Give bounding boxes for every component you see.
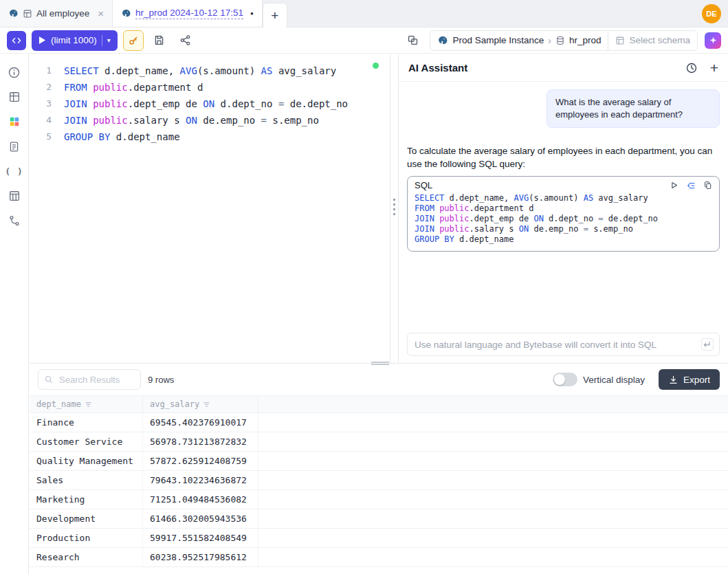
snippets-button[interactable]: ( ) (0, 159, 29, 184)
instance-database-crumb[interactable]: Prod Sample Instance › hr_prod (430, 31, 608, 50)
sort-icon[interactable] (85, 401, 92, 408)
ai-assistant-toggle-button[interactable] (705, 32, 721, 49)
column-header[interactable]: avg_salary (143, 396, 258, 412)
sql-token: ON (203, 98, 214, 109)
row-filler (258, 490, 728, 509)
sql-token: .salary s (470, 224, 519, 234)
table-cell: 71251.049484536082 (143, 490, 258, 509)
new-tab-button[interactable]: + (263, 3, 287, 27)
panel-splitter[interactable] (390, 54, 399, 363)
tab-hr-prod[interactable]: hr_prod 2024-10-12 17:51 ● (113, 0, 263, 27)
avatar[interactable]: DE (702, 4, 721, 23)
schema-diagram-button[interactable] (0, 109, 29, 134)
worksheet-icon (8, 141, 20, 153)
sql-token: ON (533, 214, 543, 223)
sql-token: SELECT (415, 193, 444, 203)
sql-token: AVG (514, 193, 529, 203)
database-icon (555, 36, 565, 45)
sql-token: .department d (128, 82, 203, 93)
table-row[interactable]: Production59917.551582408549 (30, 529, 728, 548)
table-icon (8, 91, 21, 103)
info-button[interactable] (0, 60, 29, 85)
sql-token: JOIN (415, 224, 434, 234)
results-panel: 9 rows Vertical display Export dept_name… (30, 363, 728, 574)
sql-token: .salary s (128, 115, 186, 126)
sql-token: public (439, 214, 469, 223)
table-row[interactable]: Customer Service56978.731213872832 (30, 432, 728, 452)
table-row[interactable]: Quality Management57872.625912408759 (30, 452, 728, 471)
info-icon (8, 66, 21, 79)
sql-code[interactable]: 1SELECT d.dept_name, AVG(s.amount) AS av… (30, 63, 390, 145)
sql-token: ON (186, 115, 197, 126)
tab-label: All employee (36, 8, 89, 19)
save-icon (153, 34, 165, 46)
horizontal-splitter-handle[interactable] (371, 362, 389, 365)
table-row[interactable]: Development61466.302005943536 (30, 509, 728, 529)
schema-icon (615, 36, 625, 45)
sql-token: GROUP BY (415, 234, 454, 244)
sql-token (87, 98, 93, 109)
sql-line: 1SELECT d.dept_name, AVG(s.amount) AS av… (30, 63, 390, 79)
save-button[interactable] (149, 30, 170, 51)
sql-editor[interactable]: 1SELECT d.dept_name, AVG(s.amount) AS av… (30, 54, 390, 363)
table-row[interactable]: Finance69545.402376910017 (30, 413, 728, 432)
share-button[interactable] (175, 30, 196, 51)
worksheet-button[interactable] (0, 134, 29, 159)
results-toolbar: 9 rows Vertical display Export (30, 364, 728, 395)
table-cell: Production (30, 529, 143, 547)
postgres-icon (8, 8, 19, 19)
line-number: 4 (30, 112, 60, 129)
data-table-button[interactable] (0, 184, 29, 208)
sql-token: d.dept_name, (99, 65, 180, 76)
new-chat-icon[interactable]: + (710, 60, 718, 75)
tab-all-employee[interactable]: All employee × (0, 0, 113, 27)
return-icon: ↵ (701, 338, 714, 351)
merge-icon (8, 214, 21, 227)
sql-token: SELECT (64, 65, 99, 76)
sql-token: (s.amount) (197, 65, 261, 76)
instance-name: Prod Sample Instance (452, 35, 544, 45)
splitter-handle-icon (393, 199, 395, 217)
row-filler (258, 452, 728, 470)
line-number: 3 (30, 96, 60, 112)
insert-to-editor-button[interactable] (686, 181, 696, 190)
joins-button[interactable] (0, 208, 29, 233)
sql-token: s.emp_no (588, 224, 633, 234)
sql-editor-mode-button[interactable] (7, 31, 26, 50)
copy-button[interactable] (703, 181, 712, 190)
chevron-down-icon[interactable]: ▾ (107, 36, 111, 44)
sql-token: de.dept_no (604, 214, 658, 223)
vertical-display-toggle[interactable] (553, 373, 577, 386)
column-header[interactable]: dept_name (30, 396, 143, 412)
tables-button[interactable] (0, 85, 29, 109)
ai-chat-area: What is the average salary of employees … (407, 82, 720, 323)
table-cell: 61466.302005943536 (143, 509, 258, 528)
header-filler (258, 396, 728, 412)
sql-token: d.dept_no (214, 98, 278, 109)
sql-token: public (93, 98, 128, 109)
table-row[interactable]: Sales79643.102234636872 (30, 471, 728, 490)
format-layout-button[interactable] (402, 30, 423, 51)
sql-token: AVG (180, 65, 197, 76)
table-row[interactable]: Marketing71251.049484536082 (30, 490, 728, 509)
history-clock-icon[interactable] (685, 62, 698, 74)
share-icon (179, 34, 191, 46)
toolbar-right-group: Prod Sample Instance › hr_prod Select sc… (402, 30, 721, 51)
table-row[interactable]: Research60238.952517985612 (30, 548, 728, 567)
sql-line: GROUP BY d.dept_name (415, 234, 712, 245)
tab-label: hr_prod 2024-10-12 17:51 (135, 8, 243, 19)
table-cell: 79643.102234636872 (143, 471, 258, 489)
close-icon[interactable]: × (98, 8, 104, 19)
run-query-button[interactable] (670, 181, 679, 190)
export-button[interactable]: Export (659, 369, 720, 390)
run-button[interactable]: (limit 1000) ▾ (32, 30, 118, 51)
sql-token: avg_salary (272, 65, 336, 76)
sql-token: = (598, 214, 603, 223)
sql-token: = (261, 115, 267, 126)
sort-icon[interactable] (203, 401, 210, 408)
admin-mode-key-button[interactable] (123, 30, 144, 51)
ai-prompt-input[interactable] (407, 333, 720, 356)
unsaved-dot-icon: ● (250, 10, 254, 16)
run-label: (limit 1000) (51, 35, 97, 45)
select-schema-button[interactable]: Select schema (608, 31, 697, 50)
